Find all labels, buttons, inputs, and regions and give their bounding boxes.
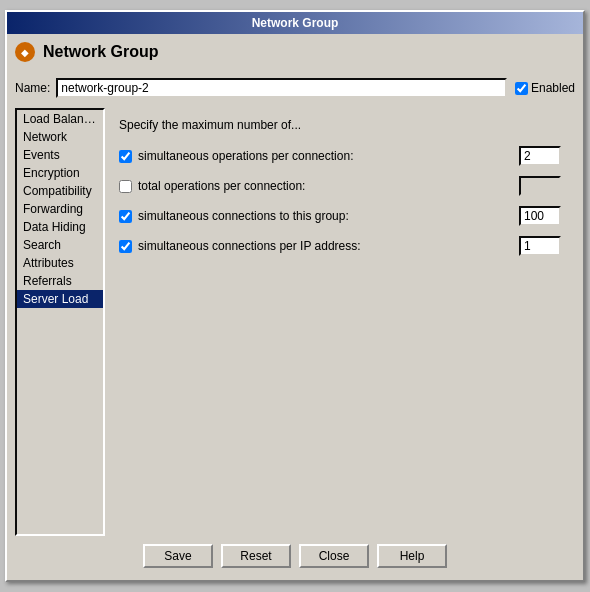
option-checkbox-4[interactable] — [119, 240, 132, 253]
option-value-2 — [519, 176, 561, 196]
name-row: Name: Enabled — [15, 78, 575, 98]
option-label-2: total operations per connection: — [119, 179, 513, 193]
enabled-checkbox[interactable] — [515, 82, 528, 95]
name-input[interactable] — [56, 78, 507, 98]
option-row-1: simultaneous operations per connection: — [119, 146, 561, 166]
option-text-1: simultaneous operations per connection: — [138, 149, 353, 163]
reset-button[interactable]: Reset — [221, 544, 291, 568]
option-checkbox-3[interactable] — [119, 210, 132, 223]
option-text-2: total operations per connection: — [138, 179, 305, 193]
option-row-4: simultaneous connections per IP address: — [119, 236, 561, 256]
option-label-4: simultaneous connections per IP address: — [119, 239, 513, 253]
sidebar-item-compatibility[interactable]: Compatibility — [17, 182, 103, 200]
sidebar-item-encryption[interactable]: Encryption — [17, 164, 103, 182]
title-bar: Network Group — [7, 12, 583, 34]
sidebar-item-referrals[interactable]: Referrals — [17, 272, 103, 290]
page-title: Network Group — [43, 43, 159, 61]
option-checkbox-1[interactable] — [119, 150, 132, 163]
option-row-2: total operations per connection: — [119, 176, 561, 196]
enabled-checkbox-container: Enabled — [515, 81, 575, 95]
option-value-3[interactable] — [519, 206, 561, 226]
option-label-1: simultaneous operations per connection: — [119, 149, 513, 163]
main-panel: Specify the maximum number of... simulta… — [105, 108, 575, 536]
sidebar-item-events[interactable]: Events — [17, 146, 103, 164]
sidebar-item-server-load[interactable]: Server Load — [17, 290, 103, 308]
content-area: Load Balancing Network Events Encryption… — [15, 108, 575, 536]
option-row-3: simultaneous connections to this group: — [119, 206, 561, 226]
sidebar-item-network[interactable]: Network — [17, 128, 103, 146]
sidebar-item-load-balancing[interactable]: Load Balancing — [17, 110, 103, 128]
window-title: Network Group — [252, 16, 339, 30]
sidebar-item-attributes[interactable]: Attributes — [17, 254, 103, 272]
network-group-icon — [15, 42, 35, 62]
option-value-1[interactable] — [519, 146, 561, 166]
main-window: Network Group Network Group Name: Enable… — [5, 10, 585, 582]
help-button[interactable]: Help — [377, 544, 447, 568]
option-value-4[interactable] — [519, 236, 561, 256]
option-checkbox-2[interactable] — [119, 180, 132, 193]
sidebar-item-forwarding[interactable]: Forwarding — [17, 200, 103, 218]
footer: Save Reset Close Help — [15, 536, 575, 572]
save-button[interactable]: Save — [143, 544, 213, 568]
option-text-3: simultaneous connections to this group: — [138, 209, 349, 223]
window-body: Network Group Name: Enabled Load Balanci… — [7, 34, 583, 580]
enabled-label: Enabled — [531, 81, 575, 95]
option-text-4: simultaneous connections per IP address: — [138, 239, 361, 253]
option-label-3: simultaneous connections to this group: — [119, 209, 513, 223]
close-button[interactable]: Close — [299, 544, 369, 568]
sidebar: Load Balancing Network Events Encryption… — [15, 108, 105, 536]
sidebar-item-data-hiding[interactable]: Data Hiding — [17, 218, 103, 236]
sidebar-item-search[interactable]: Search — [17, 236, 103, 254]
header-section: Network Group — [15, 42, 575, 68]
name-label: Name: — [15, 81, 50, 95]
panel-title: Specify the maximum number of... — [119, 118, 561, 132]
